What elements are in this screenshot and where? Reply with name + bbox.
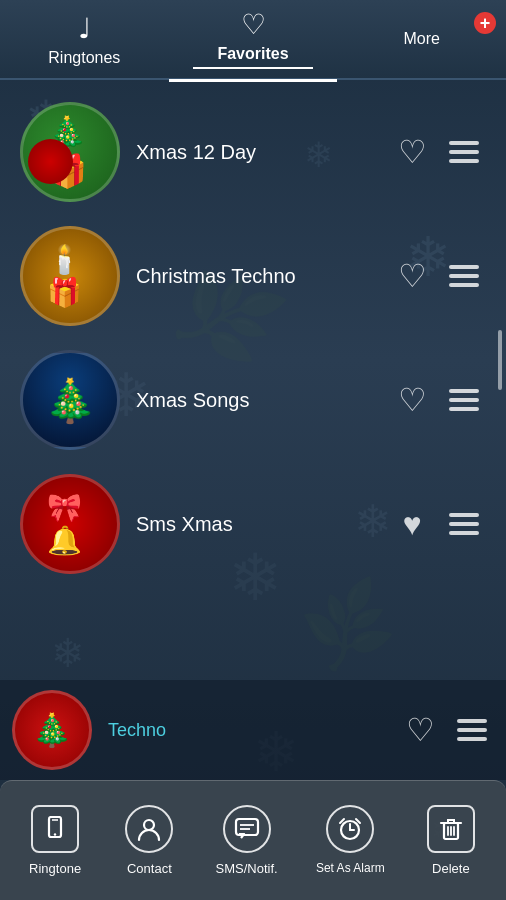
favorite-btn-christmas-techno[interactable]: ♡: [390, 254, 434, 298]
phone-icon: [31, 805, 79, 853]
alarm-icon: [326, 805, 374, 853]
peek-song-thumbnail: [12, 690, 92, 770]
context-item-set-as-alarm[interactable]: Set As Alarm: [304, 797, 397, 883]
context-item-sms-notif[interactable]: SMS/Notif.: [204, 797, 290, 884]
menu-line: [449, 407, 479, 411]
context-label-delete: Delete: [432, 861, 470, 876]
tab-favorites[interactable]: ♡ Favorites: [169, 0, 338, 82]
context-item-delete[interactable]: Delete: [411, 797, 491, 884]
context-menu-overlay: Techno ♡ Ringtone: [0, 680, 506, 900]
menu-line: [449, 274, 479, 278]
song-name-xmas-songs: Xmas Songs: [136, 389, 249, 411]
svg-point-3: [144, 820, 154, 830]
menu-btn-sms-xmas[interactable]: [442, 502, 486, 546]
menu-line: [449, 389, 479, 393]
song-thumbnail-sms-xmas: [20, 474, 120, 574]
tab-bar: ♩ Ringtones ♡ Favorites + More: [0, 0, 506, 80]
ringtones-icon: ♩: [78, 12, 91, 45]
tab-ringtones-label: Ringtones: [48, 49, 120, 67]
song-item-christmas-techno[interactable]: Christmas Techno ♡: [8, 216, 498, 336]
context-menu: Ringtone Contact: [0, 780, 506, 900]
menu-line: [457, 737, 487, 741]
menu-line: [449, 531, 479, 535]
song-thumbnail-christmas-techno: [20, 226, 120, 326]
favorites-icon: ♡: [241, 8, 266, 41]
song-item-xmas-songs[interactable]: Xmas Songs ♡: [8, 340, 498, 460]
peek-favorite-btn[interactable]: ♡: [398, 708, 442, 752]
menu-line: [449, 150, 479, 154]
menu-line: [457, 719, 487, 723]
menu-btn-xmas-songs[interactable]: [442, 378, 486, 422]
tab-favorites-label: Favorites: [217, 45, 288, 63]
song-info-sms-xmas: Sms Xmas: [120, 513, 390, 536]
song-info-xmas-songs: Xmas Songs: [120, 389, 390, 412]
song-item-xmas-12-day[interactable]: Xmas 12 Day ♡: [8, 92, 498, 212]
song-list: Xmas 12 Day ♡ Christmas Techno ♡ Xmas So…: [0, 80, 506, 596]
message-icon: [223, 805, 271, 853]
trash-icon: [427, 805, 475, 853]
tab-ringtones[interactable]: ♩ Ringtones: [0, 2, 169, 77]
menu-line: [449, 265, 479, 269]
song-name-sms-xmas: Sms Xmas: [136, 513, 233, 535]
menu-line: [449, 522, 479, 526]
context-item-contact[interactable]: Contact: [109, 797, 189, 884]
song-thumbnail-xmas-12-day: [20, 102, 120, 202]
menu-line: [449, 513, 479, 517]
menu-line: [449, 141, 479, 145]
song-info-christmas-techno: Christmas Techno: [120, 265, 390, 288]
context-label-sms-notif: SMS/Notif.: [216, 861, 278, 876]
song-thumbnail-xmas-songs: [20, 350, 120, 450]
peek-song-item[interactable]: Techno ♡: [0, 680, 506, 780]
song-info-xmas-12-day: Xmas 12 Day: [120, 141, 390, 164]
song-name-christmas-techno: Christmas Techno: [136, 265, 296, 287]
svg-point-2: [54, 833, 56, 835]
peek-menu-btn[interactable]: [450, 708, 494, 752]
menu-line: [449, 398, 479, 402]
person-icon: [125, 805, 173, 853]
context-label-set-as-alarm: Set As Alarm: [316, 861, 385, 875]
song-name-xmas-12-day: Xmas 12 Day: [136, 141, 256, 163]
favorite-btn-sms-xmas[interactable]: ♥: [390, 502, 434, 546]
scroll-thumb: [498, 330, 502, 390]
svg-rect-4: [236, 819, 258, 835]
song-item-sms-xmas[interactable]: Sms Xmas ♥: [8, 464, 498, 584]
active-tab-underline: [193, 67, 313, 69]
peek-song-name: Techno: [108, 720, 166, 740]
menu-line: [457, 728, 487, 732]
tab-more-label: More: [403, 30, 439, 48]
context-label-ringtone: Ringtone: [29, 861, 81, 876]
menu-btn-christmas-techno[interactable]: [442, 254, 486, 298]
context-label-contact: Contact: [127, 861, 172, 876]
context-item-ringtone[interactable]: Ringtone: [15, 797, 95, 884]
favorite-btn-xmas-songs[interactable]: ♡: [390, 378, 434, 422]
menu-line: [449, 159, 479, 163]
favorite-btn-xmas-12-day[interactable]: ♡: [390, 130, 434, 174]
tab-more[interactable]: + More: [337, 20, 506, 58]
menu-line: [449, 283, 479, 287]
menu-btn-xmas-12-day[interactable]: [442, 130, 486, 174]
more-badge: +: [474, 12, 496, 34]
